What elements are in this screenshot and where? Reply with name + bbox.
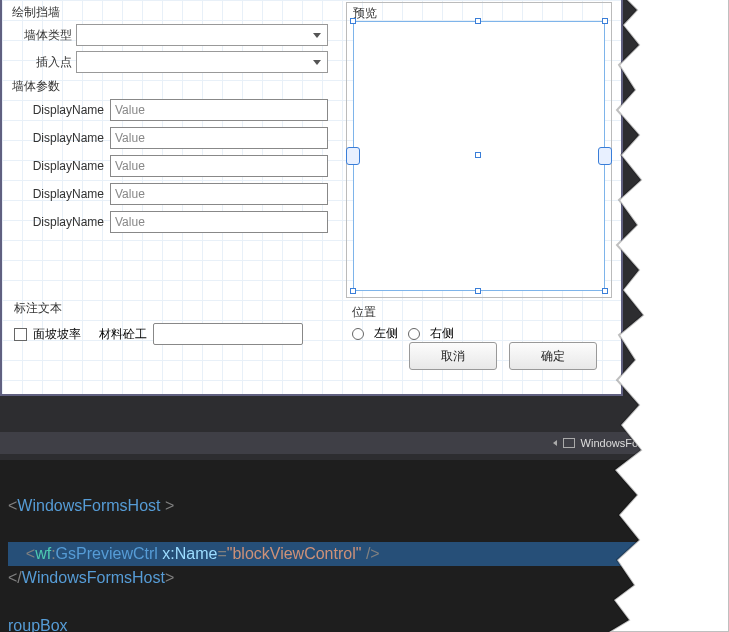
breadcrumb-element-icon: [563, 438, 575, 448]
param-input[interactable]: [110, 211, 328, 233]
params-section-title: 墙体参数: [12, 78, 340, 95]
resize-handle-tr[interactable]: [602, 18, 608, 24]
center-handle[interactable]: [475, 152, 481, 158]
param-label: DisplayName: [28, 159, 110, 173]
position-right-label: 右侧: [430, 325, 454, 342]
annotation-groupbox: 标注文本 面坡坡率 材料砼工: [12, 296, 342, 349]
preview-host-selected[interactable]: [353, 21, 605, 291]
param-label: DisplayName: [28, 215, 110, 229]
wall-type-combo[interactable]: [76, 24, 328, 46]
insert-point-label: 插入点: [10, 54, 76, 71]
position-left-label: 左侧: [374, 325, 398, 342]
param-row: DisplayName: [28, 181, 340, 207]
param-input[interactable]: [110, 155, 328, 177]
resize-handle-tl[interactable]: [350, 18, 356, 24]
resize-handle-bl[interactable]: [350, 288, 356, 294]
param-input[interactable]: [110, 99, 328, 121]
position-right-radio[interactable]: [408, 328, 420, 340]
xaml-designer-surface: 绘制挡墙 墙体类型 插入点 墙体参数 DisplayNameDisplayNam…: [0, 0, 623, 396]
insert-point-combo[interactable]: [76, 51, 328, 73]
slope-checkbox[interactable]: [14, 328, 27, 341]
param-row: DisplayName: [28, 153, 340, 179]
resize-handle-bm[interactable]: [475, 288, 481, 294]
ok-button[interactable]: 确定: [509, 342, 597, 370]
xaml-code-editor[interactable]: <WindowsFormsHost > <wf:GsPreviewCtrl x:…: [0, 460, 689, 632]
dialog-buttons: 取消 确定: [409, 342, 597, 370]
code-tag-open: WindowsFormsHost: [17, 497, 160, 514]
position-groupbox: 位置 左侧 右侧: [346, 300, 612, 344]
margin-link-right-icon[interactable]: [598, 147, 612, 165]
designer-breadcrumb[interactable]: WindowsFormsHost: [0, 432, 689, 454]
param-label: DisplayName: [28, 187, 110, 201]
material-label: 材料砼工: [99, 326, 147, 343]
margin-link-left-icon[interactable]: [346, 147, 360, 165]
breadcrumb-arrow-icon: [553, 440, 557, 446]
position-title: 位置: [352, 304, 612, 321]
param-row: DisplayName: [28, 125, 340, 151]
left-column: 绘制挡墙 墙体类型 插入点 墙体参数 DisplayNameDisplayNam…: [10, 0, 340, 237]
param-label: DisplayName: [28, 131, 110, 145]
form-root: 绘制挡墙 墙体类型 插入点 墙体参数 DisplayNameDisplayNam…: [10, 0, 611, 384]
param-input[interactable]: [110, 183, 328, 205]
param-row: DisplayName: [28, 209, 340, 235]
param-label: DisplayName: [28, 103, 110, 117]
cancel-button[interactable]: 取消: [409, 342, 497, 370]
resize-handle-tm[interactable]: [475, 18, 481, 24]
wall-type-label: 墙体类型: [10, 27, 76, 44]
annot-section-title: 标注文本: [14, 300, 342, 317]
code-selected-line[interactable]: <wf:GsPreviewCtrl x:Name="blockViewContr…: [8, 542, 681, 566]
preview-groupbox: 预览: [346, 2, 612, 298]
param-row: DisplayName: [28, 97, 340, 123]
breadcrumb-text[interactable]: WindowsFormsHost: [581, 437, 679, 449]
slope-checkbox-label: 面坡坡率: [33, 326, 81, 343]
param-input[interactable]: [110, 127, 328, 149]
top-section-title: 绘制挡墙: [12, 4, 340, 21]
position-left-radio[interactable]: [352, 328, 364, 340]
material-input[interactable]: [153, 323, 303, 345]
resize-handle-br[interactable]: [602, 288, 608, 294]
